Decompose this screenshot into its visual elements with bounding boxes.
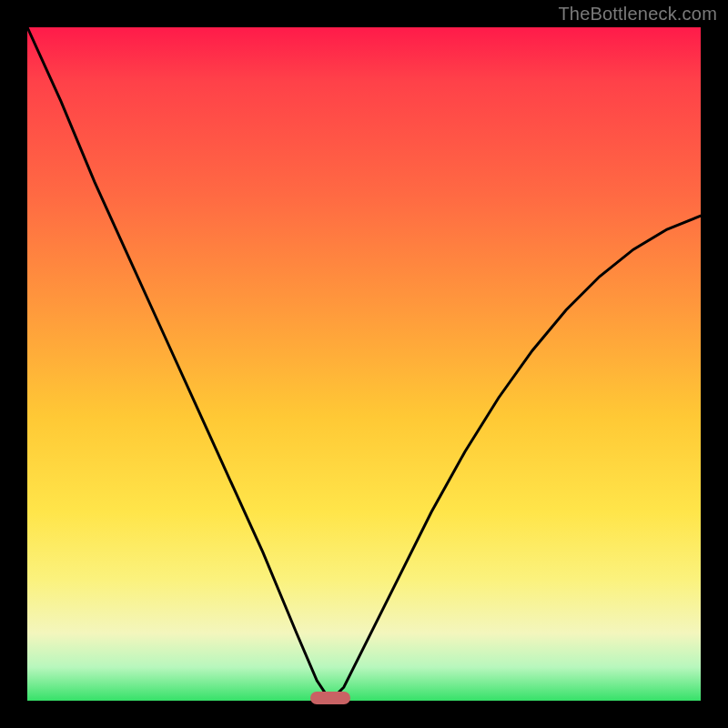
bottleneck-curve [27, 27, 701, 701]
curve-path [27, 27, 701, 701]
watermark-text: TheBottleneck.com [558, 4, 717, 25]
chart-frame: TheBottleneck.com [0, 0, 728, 728]
optimal-marker [310, 692, 350, 704]
plot-area [27, 27, 701, 701]
